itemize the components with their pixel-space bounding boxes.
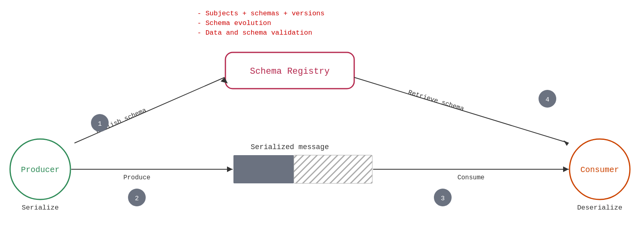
produce-arrowhead (227, 166, 233, 172)
step1-label: 1 (98, 120, 102, 128)
consumer-sub-label: Deserialize (577, 204, 622, 212)
retrieve-schema-label: Retrieve schema (407, 89, 465, 112)
consume-arrowhead (563, 166, 569, 172)
note-line1: - Subjects + schemas + versions (197, 10, 324, 17)
retrieve-schema-arrowhead (564, 140, 569, 146)
producer-sub-label: Serialize (22, 204, 59, 212)
consumer-label: Consumer (580, 165, 619, 174)
note-line3: - Data and schema validation (197, 29, 312, 37)
step3-label: 3 (441, 195, 445, 202)
step4-label: 4 (545, 96, 549, 104)
message-light-block (294, 155, 372, 183)
note-line2: - Schema evolution (197, 19, 271, 27)
publish-schema-arrow-line (74, 77, 225, 143)
serialized-message-label: Serialized message (251, 143, 329, 151)
main-diagram: - Subjects + schemas + versions - Schema… (0, 0, 644, 243)
message-dark-block (233, 155, 294, 183)
consume-label: Consume (457, 174, 484, 181)
schema-registry-label: Schema Registry (250, 66, 330, 77)
step2-label: 2 (135, 195, 139, 202)
producer-label: Producer (21, 165, 60, 174)
produce-label: Produce (123, 174, 150, 181)
diagram-container: - Subjects + schemas + versions - Schema… (0, 0, 644, 243)
